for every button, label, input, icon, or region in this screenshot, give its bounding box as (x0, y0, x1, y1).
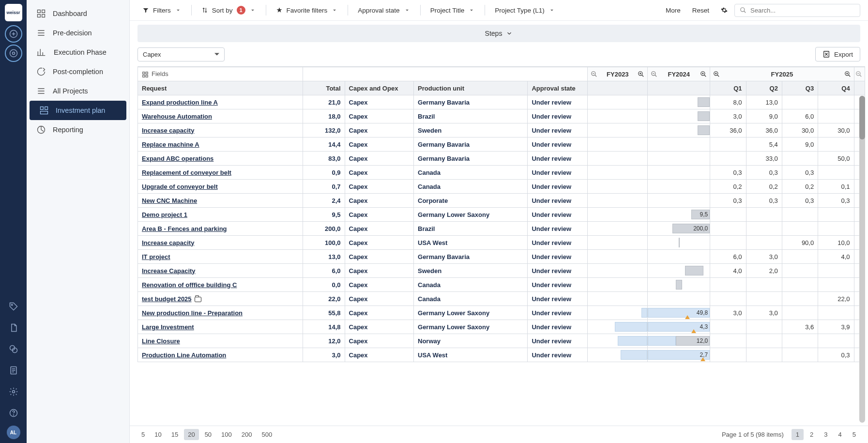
total-cell: 0,9 (303, 166, 345, 180)
capex-cell: Capex (345, 292, 414, 306)
rail-tag-icon[interactable] (5, 298, 22, 315)
zoom-in-icon[interactable] (844, 71, 851, 77)
request-link[interactable]: Increase capacity (142, 127, 194, 134)
q4-cell: 22,0 (818, 292, 854, 306)
page-number[interactable]: 2 (806, 429, 818, 440)
sidebar-item-execution[interactable]: Execution Phase (27, 43, 129, 62)
page-number[interactable]: 4 (834, 429, 846, 440)
request-link[interactable]: Demo project 1 (142, 211, 187, 218)
rail-page-icon[interactable] (5, 362, 22, 379)
q3-cell: 0,2 (782, 180, 818, 194)
page-size-option[interactable]: 5 (137, 429, 149, 440)
zoom-out-icon[interactable] (855, 71, 862, 77)
zoom-in-icon[interactable] (638, 71, 644, 77)
col-q3[interactable]: Q3 (782, 81, 818, 95)
col-approval[interactable]: Approval state (528, 81, 588, 95)
rail-currency-icon[interactable] (5, 340, 22, 358)
request-link[interactable]: IT project (142, 253, 170, 260)
favorite-filters-button[interactable]: Favorite filters (271, 4, 343, 17)
col-q4[interactable]: Q4 (818, 81, 854, 95)
fy2024-header[interactable]: FY2024 (648, 67, 710, 81)
col-request[interactable]: Request (138, 81, 303, 95)
fy24-cell (648, 250, 710, 264)
steps-toggle[interactable]: Steps (137, 25, 860, 42)
page-size-option[interactable]: 100 (217, 429, 236, 440)
request-link[interactable]: Replace machine A (142, 141, 199, 148)
request-link[interactable]: Production Line Automation (142, 351, 226, 359)
request-link[interactable]: test budget 2025 (142, 295, 192, 303)
page-size-option[interactable]: 500 (258, 429, 276, 440)
rail-help-icon[interactable] (5, 404, 22, 422)
page-size-option[interactable]: 20 (184, 429, 198, 440)
rail-module-2-icon[interactable] (5, 45, 22, 62)
request-link[interactable]: Upgrade of conveyor belt (142, 183, 218, 190)
svg-rect-21 (146, 72, 148, 74)
svg-rect-10 (38, 10, 41, 13)
export-button[interactable]: Export (815, 47, 860, 61)
project-title-filter[interactable]: Project Title (426, 4, 480, 17)
q2-cell: 5,4 (746, 137, 782, 152)
sidebar-item-all-projects[interactable]: All Projects (27, 81, 129, 101)
reset-button[interactable]: Reset (687, 4, 714, 17)
page-number[interactable]: 5 (848, 429, 860, 440)
user-avatar[interactable]: AL (7, 426, 20, 439)
prod-cell: Canada (414, 180, 528, 194)
sidebar-item-reporting[interactable]: Reporting (27, 120, 129, 139)
request-link[interactable]: Expand production line A (142, 99, 218, 106)
filters-button[interactable]: Filters (137, 4, 186, 17)
request-link[interactable]: New production line - Preparation (142, 309, 243, 317)
page-number[interactable]: 1 (792, 429, 804, 440)
col-q1[interactable]: Q1 (710, 81, 746, 95)
rail-module-1-icon[interactable] (5, 25, 22, 43)
rail-settings-icon[interactable] (5, 383, 22, 400)
rail-doc-icon[interactable] (5, 319, 22, 336)
request-link[interactable]: Area B - Fences and parking (142, 225, 227, 232)
request-link[interactable]: Replacement of conveyor belt (142, 169, 231, 176)
sidebar-item-pre-decision[interactable]: Pre-decision (27, 23, 129, 43)
request-link[interactable]: Warehouse Automation (142, 113, 212, 120)
q1-cell: 3,0 (710, 109, 746, 123)
project-type-filter[interactable]: Project Type (L1) (490, 4, 560, 17)
zoom-in-icon[interactable] (713, 71, 720, 77)
zoom-in-icon[interactable] (700, 71, 707, 77)
col-total[interactable]: Total (303, 81, 345, 95)
page-size-option[interactable]: 15 (168, 429, 182, 440)
vertical-scrollbar[interactable] (859, 96, 865, 423)
page-size-option[interactable]: 50 (201, 429, 215, 440)
approval-state-filter[interactable]: Approval state (353, 4, 415, 17)
sidebar-item-post-completion[interactable]: Post-completion (27, 62, 129, 81)
col-prod[interactable]: Production unit (414, 81, 528, 95)
page-size-option[interactable]: 10 (151, 429, 165, 440)
fields-header[interactable]: Fields (138, 67, 303, 81)
sidebar-item-dashboard[interactable]: Dashboard (27, 4, 129, 23)
fy-next-header[interactable] (854, 67, 865, 81)
fy2023-header[interactable]: FY2023 (588, 67, 648, 81)
request-link[interactable]: Expand ABC operations (142, 155, 213, 162)
sidebar-item-investment-plan[interactable]: Investment plan (30, 101, 126, 120)
request-link[interactable]: New CNC Machine (142, 197, 197, 204)
request-link[interactable]: Increase Capacity (142, 267, 196, 275)
q3-cell (782, 208, 818, 222)
zoom-out-icon[interactable] (651, 71, 657, 77)
prod-cell: Germany Bavaria (414, 95, 528, 109)
request-link[interactable]: Large Investment (142, 323, 194, 331)
q4-cell (818, 109, 854, 123)
page-size-option[interactable]: 200 (238, 429, 256, 440)
sortby-button[interactable]: Sort by1 (197, 3, 261, 17)
capex-select[interactable]: Capex (137, 47, 225, 61)
q4-cell: 3,9 (818, 320, 854, 334)
request-link[interactable]: Renovation of offfice building C (142, 281, 237, 289)
more-button[interactable]: More (661, 4, 685, 17)
table-row: Replace machine A14,4CapexGermany Bavari… (138, 137, 865, 152)
fy2025-header[interactable]: FY2025 (710, 67, 854, 81)
request-link[interactable]: Increase capacity (142, 239, 194, 246)
col-q2[interactable]: Q2 (746, 81, 782, 95)
col-capex[interactable]: Capex and Opex (345, 81, 414, 95)
page-number[interactable]: 3 (820, 429, 832, 440)
settings-gear-icon[interactable] (716, 4, 732, 16)
request-link[interactable]: Line Closure (142, 337, 180, 345)
brand-logo[interactable]: weissr (5, 4, 22, 21)
chevron-down-icon (506, 30, 513, 37)
search-input[interactable] (750, 7, 855, 14)
zoom-out-icon[interactable] (591, 71, 597, 77)
